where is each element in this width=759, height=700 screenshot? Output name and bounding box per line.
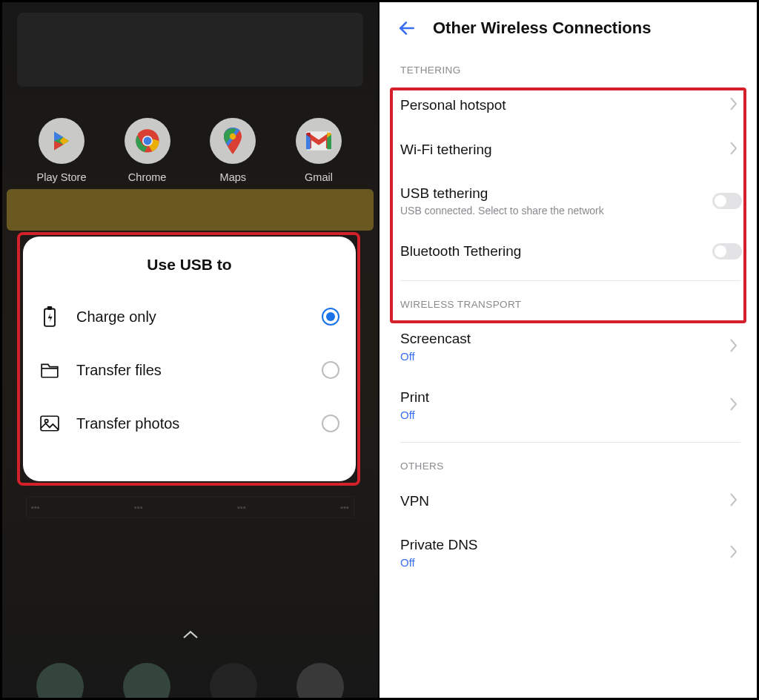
dock xyxy=(17,661,363,698)
row-print[interactable]: Print Off xyxy=(380,376,757,435)
chevron-right-icon xyxy=(729,141,742,159)
section-caption-wireless-transport: WIRELESS TRANSPORT xyxy=(380,281,757,317)
section-caption-others: OTHERS xyxy=(380,443,757,479)
row-title: Private DNS xyxy=(400,537,729,553)
app-label: Gmail xyxy=(305,171,333,183)
widget-strip xyxy=(7,189,374,231)
row-title: USB tethering xyxy=(400,185,712,202)
section-caption-tethering: TETHERING xyxy=(380,47,757,83)
play-store-icon xyxy=(39,118,84,164)
topbar: Other Wireless Connections xyxy=(380,2,757,47)
svg-rect-12 xyxy=(48,307,52,310)
row-subtitle: Off xyxy=(400,350,729,363)
row-subtitle: Off xyxy=(400,556,729,569)
svg-point-6 xyxy=(143,137,151,145)
svg-point-15 xyxy=(45,420,48,423)
usb-option-charge-only[interactable]: Charge only xyxy=(39,290,339,343)
row-title: Bluetooth Tethering xyxy=(400,243,712,260)
app-label: Play Store xyxy=(37,171,87,183)
usb-option-label: Transfer files xyxy=(76,362,305,379)
radio-icon xyxy=(322,415,339,432)
chevron-right-icon xyxy=(729,338,742,356)
chevron-right-icon xyxy=(729,544,742,562)
usb-option-transfer-files[interactable]: Transfer files xyxy=(39,343,339,397)
row-subtitle: USB connected. Select to share the netwo… xyxy=(400,205,712,217)
app-maps[interactable]: Maps xyxy=(196,118,270,183)
chevron-right-icon xyxy=(729,492,742,510)
row-title: Personal hotspot xyxy=(400,97,729,113)
dock-phone-icon[interactable] xyxy=(36,663,84,698)
home-app-row: Play Store Chrome Maps Gmail xyxy=(24,118,356,183)
row-bluetooth-tethering[interactable]: Bluetooth Tethering xyxy=(380,230,757,273)
toggle-off-icon[interactable] xyxy=(712,193,742,209)
radio-icon xyxy=(322,308,339,326)
row-personal-hotspot[interactable]: Personal hotspot xyxy=(380,83,757,128)
app-drawer-handle-icon[interactable] xyxy=(182,625,199,644)
dock-messages-icon[interactable] xyxy=(123,663,170,698)
row-usb-tethering[interactable]: USB tethering USB connected. Select to s… xyxy=(380,172,757,230)
dock-camera-icon[interactable] xyxy=(210,663,257,698)
usb-sheet: Use USB to Charge only Transfer files xyxy=(23,237,356,481)
radio-icon xyxy=(322,361,339,379)
row-private-dns[interactable]: Private DNS Off xyxy=(380,524,757,582)
search-widget xyxy=(17,13,363,87)
battery-icon xyxy=(39,306,60,327)
usb-option-transfer-photos[interactable]: Transfer photos xyxy=(39,397,339,450)
row-subtitle: Off xyxy=(400,409,729,421)
row-vpn[interactable]: VPN xyxy=(380,479,757,524)
row-title: Screencast xyxy=(400,331,729,347)
dock-labels: ▪▪▪▪▪▪▪▪▪▪▪▪ xyxy=(26,496,354,518)
toggle-off-icon[interactable] xyxy=(712,243,742,260)
back-arrow-icon[interactable] xyxy=(397,19,417,38)
photo-icon xyxy=(39,413,60,434)
usb-sheet-title: Use USB to xyxy=(39,256,339,274)
folder-icon xyxy=(39,360,60,380)
left-screenshot: Play Store Chrome Maps Gmail xyxy=(2,2,380,698)
dock-app-icon[interactable] xyxy=(296,663,344,698)
row-title: Wi-Fi tethering xyxy=(400,142,729,158)
row-screencast[interactable]: Screencast Off xyxy=(380,317,757,376)
chevron-right-icon xyxy=(729,397,742,415)
row-wifi-tethering[interactable]: Wi-Fi tethering xyxy=(380,128,757,172)
app-label: Chrome xyxy=(128,171,167,183)
svg-point-7 xyxy=(230,133,236,139)
right-screenshot: Other Wireless Connections TETHERING Per… xyxy=(380,2,757,698)
svg-rect-14 xyxy=(41,416,59,431)
gmail-icon xyxy=(296,118,342,164)
app-gmail[interactable]: Gmail xyxy=(282,118,356,183)
row-title: Print xyxy=(400,389,729,406)
app-play-store[interactable]: Play Store xyxy=(24,118,99,183)
row-title: VPN xyxy=(400,493,729,509)
chrome-icon xyxy=(125,118,170,164)
chevron-right-icon xyxy=(729,96,742,114)
app-chrome[interactable]: Chrome xyxy=(110,118,185,183)
usb-option-label: Charge only xyxy=(76,308,305,326)
app-label: Maps xyxy=(220,171,246,183)
page-title: Other Wireless Connections xyxy=(433,19,651,38)
maps-icon xyxy=(210,118,256,164)
usb-option-label: Transfer photos xyxy=(76,415,305,432)
